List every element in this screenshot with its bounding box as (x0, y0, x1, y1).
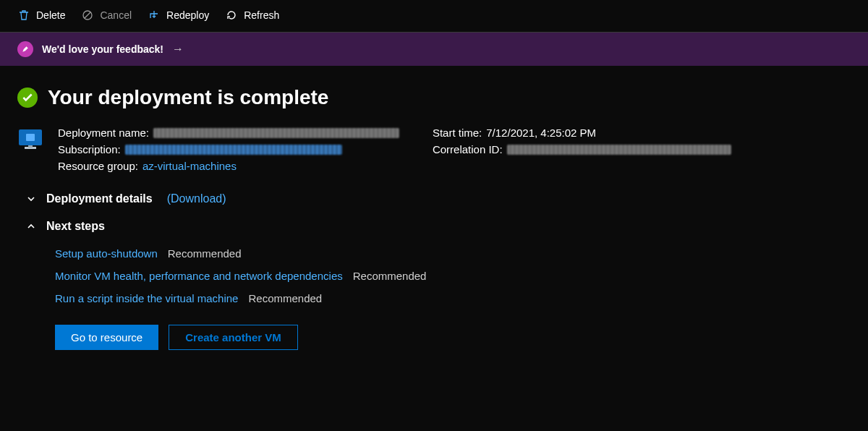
delete-button[interactable]: Delete (17, 9, 65, 22)
toolbar: Delete Cancel Redeploy Refresh (0, 0, 868, 33)
subscription-row: Subscription: (58, 143, 399, 155)
list-item: Monitor VM health, performance and netwo… (55, 270, 851, 282)
redeploy-button[interactable]: Redeploy (148, 9, 209, 22)
action-buttons: Go to resource Create another VM (55, 325, 851, 350)
arrow-right-icon: → (172, 43, 184, 56)
refresh-label: Refresh (244, 9, 279, 21)
next-steps-label: Next steps (46, 220, 105, 233)
deployment-details-label: Deployment details (46, 192, 153, 205)
resource-group-label: Resource group: (58, 160, 138, 172)
recommended-hint: Recommended (353, 270, 427, 282)
start-time-value: 7/12/2021, 4:25:02 PM (486, 127, 596, 139)
redeploy-icon (148, 9, 161, 22)
start-time-row: Start time: 7/12/2021, 4:25:02 PM (433, 127, 731, 139)
cancel-button: Cancel (81, 9, 132, 22)
svg-rect-4 (28, 145, 33, 148)
setup-auto-shutdown-link[interactable]: Setup auto-shutdown (55, 247, 158, 260)
create-another-vm-button[interactable]: Create another VM (169, 325, 298, 350)
deployment-name-value-redacted (153, 128, 399, 138)
overview-right-column: Start time: 7/12/2021, 4:25:02 PM Correl… (433, 127, 731, 172)
list-item: Setup auto-shutdown Recommended (55, 247, 851, 260)
monitor-vm-link[interactable]: Monitor VM health, performance and netwo… (55, 270, 343, 282)
subscription-label: Subscription: (58, 143, 121, 155)
list-item: Run a script inside the virtual machine … (55, 292, 851, 304)
feedback-banner[interactable]: We'd love your feedback! → (0, 33, 868, 66)
resource-group-row: Resource group: az-virtual-machines (58, 160, 399, 172)
deployment-details-section: Deployment details (Download) (17, 192, 851, 205)
start-time-label: Start time: (433, 127, 482, 139)
recommended-hint: Recommended (168, 247, 242, 260)
deployment-details-toggle[interactable]: Deployment details (Download) (17, 192, 851, 205)
correlation-id-label: Correlation ID: (433, 143, 503, 155)
main-content: Your deployment is complete Deployment n… (0, 66, 868, 367)
delete-label: Delete (36, 9, 65, 21)
go-to-resource-button[interactable]: Go to resource (55, 325, 158, 350)
redeploy-label: Redeploy (166, 9, 209, 21)
cancel-icon (81, 9, 94, 22)
next-steps-section: Next steps Setup auto-shutdown Recommend… (17, 220, 851, 350)
run-script-link[interactable]: Run a script inside the virtual machine (55, 292, 238, 304)
trash-icon (17, 9, 30, 22)
success-check-icon (17, 88, 38, 108)
download-link[interactable]: (Download) (167, 192, 226, 205)
vm-icon (17, 128, 43, 151)
chevron-down-icon (26, 195, 36, 203)
refresh-icon (225, 9, 238, 22)
heading-row: Your deployment is complete (17, 86, 851, 109)
svg-rect-2 (26, 134, 35, 141)
refresh-button[interactable]: Refresh (225, 9, 279, 22)
next-steps-list: Setup auto-shutdown Recommended Monitor … (55, 247, 851, 304)
page-title: Your deployment is complete (48, 86, 328, 109)
chevron-up-icon (26, 222, 36, 231)
cancel-label: Cancel (100, 9, 132, 21)
overview-left-column: Deployment name: Subscription: Resource … (58, 127, 399, 172)
deployment-name-row: Deployment name: (58, 127, 399, 139)
feedback-text: We'd love your feedback! (42, 43, 163, 55)
deployment-name-label: Deployment name: (58, 127, 149, 139)
feedback-rocket-icon (17, 41, 33, 57)
resource-group-link[interactable]: az-virtual-machines (142, 160, 237, 172)
next-steps-toggle[interactable]: Next steps (17, 220, 851, 233)
overview-columns: Deployment name: Subscription: Resource … (58, 127, 851, 172)
correlation-id-value-redacted (507, 145, 731, 155)
recommended-hint: Recommended (248, 292, 322, 304)
correlation-id-row: Correlation ID: (433, 143, 731, 155)
deployment-overview: Deployment name: Subscription: Resource … (17, 127, 851, 172)
subscription-value-redacted[interactable] (125, 145, 342, 155)
